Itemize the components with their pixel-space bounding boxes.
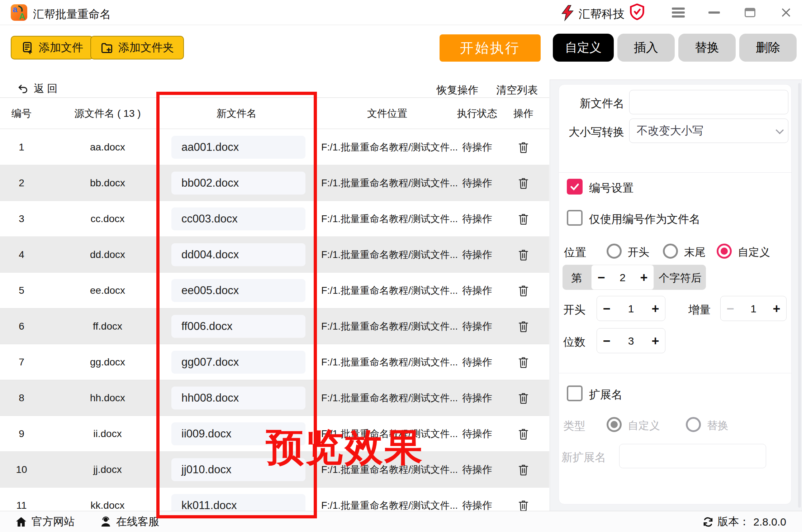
row-delete-button[interactable] (503, 129, 544, 165)
file-table-body: 1 aa.docx aa001.docx F:/1.批量重命名教程/测试文件..… (0, 129, 549, 512)
row-new-name-box[interactable]: dd004.docx (171, 243, 305, 266)
table-row: 7 gg.docx gg007.docx F:/1.批量重命名教程/测试文件..… (0, 344, 549, 380)
extension-checkbox[interactable] (567, 385, 583, 401)
case-convert-select[interactable]: 不改变大小写 (629, 119, 788, 143)
position-start-label: 开头 (628, 245, 649, 260)
row-new-name-box[interactable]: cc003.docx (171, 207, 305, 230)
panel-scrollbar[interactable] (798, 83, 801, 508)
row-new-name-box[interactable]: bb002.docx (171, 172, 305, 195)
increment-label: 增量 (688, 302, 711, 317)
restore-operation-button[interactable]: 恢复操作 (437, 83, 478, 97)
official-website-label: 官方网站 (32, 514, 75, 529)
header-status: 执行状态 (454, 98, 500, 129)
position-radio-end[interactable] (663, 244, 678, 259)
row-delete-button[interactable] (503, 201, 544, 237)
trash-icon (518, 356, 529, 368)
position-radio-custom[interactable] (717, 244, 732, 259)
row-delete-button[interactable] (503, 165, 544, 201)
row-source-name: ff.docx (47, 308, 169, 344)
table-row: 5 ee.docx ee005.docx F:/1.批量重命名教程/测试文件..… (0, 273, 549, 308)
header-new-name: 新文件名 (158, 98, 315, 129)
row-delete-button[interactable] (503, 452, 544, 488)
position-label: 位置 (564, 245, 586, 260)
back-button[interactable]: 返 回 (17, 82, 57, 96)
app-title: 汇帮批量重命名 (33, 7, 111, 22)
row-delete-button[interactable] (503, 237, 544, 273)
brand-name: 汇帮科技 (579, 6, 625, 22)
add-file-button[interactable]: 添加文件 (11, 36, 93, 59)
trash-icon (518, 428, 529, 440)
only-number-checkbox[interactable] (567, 210, 583, 226)
row-new-name-box[interactable]: ff006.docx (171, 315, 305, 338)
row-status: 待操作 (454, 165, 500, 201)
row-source-name: kk.docx (47, 488, 169, 512)
custom-position-prefix: 第 (571, 271, 582, 286)
maximize-button[interactable] (739, 0, 761, 25)
brand-lightning-icon (559, 5, 576, 21)
check-icon (569, 181, 580, 192)
trash-icon (518, 249, 529, 261)
tab-delete[interactable]: 删除 (739, 34, 797, 62)
ext-type-label: 类型 (563, 418, 585, 433)
clear-list-button[interactable]: 清空列表 (496, 83, 538, 97)
official-website-link[interactable]: 官方网站 (15, 511, 75, 532)
online-support-link[interactable]: 在线客服 (100, 511, 159, 532)
row-index: 3 (0, 201, 43, 237)
row-delete-button[interactable] (503, 273, 544, 308)
header-index: 编号 (0, 98, 43, 129)
numbering-checkbox[interactable] (567, 179, 583, 195)
hamburger-icon (672, 6, 685, 19)
row-source-name: dd.docx (47, 237, 169, 273)
row-delete-button[interactable] (503, 344, 544, 380)
title-bar: a A 汇帮批量重命名 汇帮科技 (0, 0, 802, 25)
case-convert-label: 大小写转换 (562, 125, 624, 140)
row-index: 2 (0, 165, 43, 201)
new-name-input[interactable] (629, 90, 788, 114)
row-delete-button[interactable] (503, 488, 544, 512)
row-status: 待操作 (454, 129, 500, 165)
start-execute-button[interactable]: 开始执行 (440, 34, 541, 62)
table-row: 1 aa.docx aa001.docx F:/1.批量重命名教程/测试文件..… (0, 129, 549, 165)
version-label: 版本： (717, 514, 750, 529)
ext-type-radio-custom[interactable] (607, 417, 622, 432)
menu-button[interactable] (668, 0, 689, 25)
custom-settings-card: 新文件名 大小写转换 不改变大小写 编号设置 仅使用编号作为文件名 位置 开头 … (559, 84, 792, 504)
position-radio-start[interactable] (607, 244, 622, 259)
ext-type-radio-replace[interactable] (686, 417, 701, 432)
refresh-icon[interactable] (702, 516, 714, 528)
row-new-name-box[interactable]: ii009.docx (171, 422, 305, 445)
row-new-name-box[interactable]: ee005.docx (171, 279, 305, 302)
tab-custom[interactable]: 自定义 (553, 34, 614, 62)
row-new-name-box[interactable]: jj010.docx (171, 458, 305, 481)
row-new-name-box[interactable]: hh008.docx (171, 387, 305, 409)
home-icon (15, 516, 27, 528)
increment-stepper: − 1 + (720, 296, 787, 321)
trash-icon (518, 499, 529, 512)
header-action: 操作 (503, 98, 544, 129)
row-source-name: ii.docx (47, 416, 169, 452)
close-button[interactable] (775, 0, 797, 25)
tab-replace[interactable]: 替换 (678, 34, 736, 62)
custom-position-plus-button[interactable]: + (634, 265, 654, 290)
row-source-name: gg.docx (47, 344, 169, 380)
table-row: 3 cc.docx cc003.docx F:/1.批量重命名教程/测试文件..… (0, 201, 549, 237)
extension-label: 扩展名 (589, 387, 622, 402)
maximize-icon (745, 8, 755, 17)
trash-icon (518, 320, 529, 332)
row-source-name: bb.docx (47, 165, 169, 201)
row-delete-button[interactable] (503, 308, 544, 344)
header-path: 文件位置 (308, 98, 466, 129)
new-extension-input[interactable] (619, 444, 766, 468)
increment-plus-button[interactable]: + (767, 296, 786, 321)
row-new-name-box[interactable]: gg007.docx (171, 351, 305, 374)
row-new-name-box[interactable]: kk011.docx (171, 494, 305, 512)
add-folder-button[interactable]: 添加文件夹 (90, 36, 184, 59)
tab-insert[interactable]: 插入 (617, 34, 675, 62)
start-plus-button[interactable]: + (646, 296, 665, 321)
minimize-button[interactable] (703, 0, 725, 25)
verified-shield-icon (630, 4, 645, 20)
row-delete-button[interactable] (503, 416, 544, 452)
row-new-name-box[interactable]: aa001.docx (171, 136, 305, 159)
digits-plus-button[interactable]: + (646, 329, 665, 354)
row-delete-button[interactable] (503, 380, 544, 416)
